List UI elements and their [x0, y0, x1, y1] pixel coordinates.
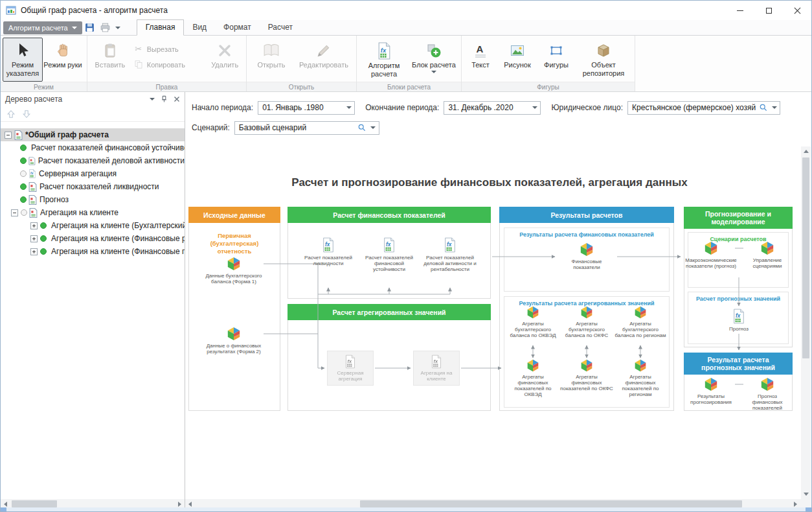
ribbon-group-edit-body: Вставить ✂ Вырезать Копировать [87, 36, 246, 82]
close-button[interactable] [783, 1, 811, 20]
node-agg-fin-okved[interactable]: Агрегаты финансовых показателей по ОКВЭД [506, 359, 559, 397]
picture-tool-button[interactable]: Рисунок [497, 38, 537, 82]
node-agg-balance-okfs[interactable]: Агрегаты бухгалтерского баланса по ОКФС [560, 306, 613, 338]
node-forecast-fin-indicators[interactable]: Прогноз финансовых показателей [745, 377, 790, 411]
ribbon-tabs: Главная Вид Формат Расчет [137, 20, 301, 35]
calculation-block-button[interactable]: Блок расчета [409, 38, 458, 82]
node-financial-indicators[interactable]: Финансовые показатели [558, 242, 616, 270]
calculation-algorithm-button[interactable]: Алгоритм расчета [359, 38, 409, 82]
expand-expander-icon[interactable] [30, 235, 38, 242]
tree-item-client-agg-finindicators[interactable]: Агрегация на клиенте (Финансовые по [1, 245, 185, 258]
fin-calc-header[interactable]: Расчет финансовых показателей [288, 207, 491, 223]
print-button[interactable] [98, 21, 113, 34]
scenario-value[interactable]: Базовый сценарий [239, 123, 357, 132]
panel-menu-chevron-icon[interactable] [150, 98, 155, 100]
collapse-expander-icon[interactable] [5, 132, 12, 139]
pin-icon[interactable] [161, 95, 168, 103]
ribbon-group-mode-body: Режим указателя Режим руки [1, 36, 87, 82]
scenario-combo[interactable]: Базовый сценарий [234, 121, 379, 135]
tab-home[interactable]: Главная [137, 19, 185, 36]
node-scenario-management[interactable]: Управление сценариями [745, 241, 790, 269]
ribbon-group-mode: Режим указателя Режим руки Режим [1, 36, 87, 91]
node-macro-indicators[interactable]: Макроэкономические показатели (прогноз) [688, 241, 734, 269]
quick-access-dropdown[interactable] [113, 21, 122, 34]
tab-view[interactable]: Вид [184, 20, 215, 35]
period-start-value[interactable]: 01. Январь .1980 [262, 103, 343, 112]
move-up-icon[interactable] [6, 110, 16, 119]
tree-item-forecast[interactable]: Прогноз [1, 193, 185, 206]
scrollbar-thumb[interactable] [802, 157, 809, 358]
node-finresults-data[interactable]: Данные о финансовых результатах (Форма 2… [205, 327, 263, 355]
scenario-search-button[interactable] [357, 122, 368, 134]
period-end-dropdown[interactable] [529, 102, 540, 114]
node-label: Расчет показателей финансовой устойчивос… [360, 255, 418, 272]
minimize-icon [737, 10, 743, 11]
panel-close-icon[interactable] [174, 96, 180, 102]
forecast-header[interactable]: Прогнозирование и моделирование [684, 207, 793, 229]
node-client-aggregation[interactable]: Агрегация на клиенте [413, 351, 460, 386]
node-forecast-calc[interactable]: Прогноз [714, 308, 763, 332]
expand-expander-icon[interactable] [30, 222, 38, 229]
node-balance-data[interactable]: Данные бухгалтерского баланса (Форма 1) [205, 257, 263, 285]
application-menu-button[interactable]: Алгоритм расчета [3, 21, 82, 34]
period-end-value[interactable]: 31. Декабрь .2020 [448, 103, 529, 112]
scenario-dropdown[interactable] [368, 122, 379, 134]
node-calc-activity[interactable]: Расчет показателей деловой активности и … [421, 237, 479, 272]
legal-entity-value[interactable]: Крестьянское (фермерское) хозяй [632, 103, 758, 112]
legal-entity-combo[interactable]: Крестьянское (фермерское) хозяй [627, 101, 780, 115]
cube-icon [760, 241, 774, 255]
tree-item-client-agg-finresults[interactable]: Агрегация на клиенте (Финансовые ре [1, 232, 185, 245]
canvas-vertical-scrollbar[interactable] [801, 146, 811, 499]
tree-item-liquidity[interactable]: Расчет показателей ликвидности [1, 180, 185, 193]
scrollbar-thumb[interactable] [360, 500, 742, 507]
period-start-combo[interactable]: 01. Январь .1980 [258, 101, 355, 115]
scrollbar-thumb[interactable] [12, 500, 57, 507]
maximize-button[interactable] [754, 1, 783, 20]
diagram-canvas[interactable]: Расчет и прогнозирование финансовых пока… [185, 146, 800, 499]
node-agg-balance-okved[interactable]: Агрегаты бухгалтерского баланса по ОКВЭД [506, 306, 559, 338]
minimize-button[interactable] [726, 1, 754, 20]
text-tool-button[interactable]: A Текст [464, 38, 497, 82]
save-button[interactable] [82, 21, 98, 34]
tab-calculation[interactable]: Расчет [260, 20, 301, 35]
legal-entity-dropdown[interactable] [769, 102, 780, 114]
node-calc-liquidity[interactable]: Расчет показателей ликвидности [299, 237, 357, 266]
node-forecast-results[interactable]: Результаты прогнозирования [688, 377, 734, 405]
scroll-up-arrow[interactable] [801, 146, 811, 156]
forecast-results-header[interactable]: Результат расчета прогнозных значений [684, 353, 793, 375]
legal-entity-search-button[interactable] [758, 102, 769, 114]
agg-calc-header[interactable]: Расчет агрегированных значений [288, 304, 491, 320]
hand-mode-button[interactable]: Режим руки [43, 38, 83, 82]
collapse-expander-icon[interactable] [11, 209, 18, 216]
shapes-tool-button[interactable]: Фигуры [537, 38, 575, 82]
node-server-aggregation[interactable]: Серверная агрегация [327, 351, 374, 386]
repository-object-button[interactable]: Объект репозитория [575, 38, 632, 82]
results-header[interactable]: Результаты расчетов [499, 207, 674, 223]
tree-item-fin-stability[interactable]: Расчет показателей финансовой устойчивос… [1, 141, 185, 154]
cube-icon [760, 377, 774, 391]
ribbon-group-open-caption: Открыть [247, 82, 356, 91]
period-start-dropdown[interactable] [343, 102, 354, 114]
tree-item-client-aggregation[interactable]: Агрегация на клиенте [1, 206, 185, 219]
source-data-header[interactable]: Исходные данные [188, 207, 280, 223]
expand-expander-icon[interactable] [30, 248, 38, 255]
tree-item-server-aggregation[interactable]: Серверная агрегация [1, 167, 185, 180]
node-calc-stability[interactable]: Расчет показателей финансовой устойчивос… [360, 237, 418, 272]
tree-item-business-activity[interactable]: Расчет показателей деловой активности [1, 154, 185, 167]
move-down-icon[interactable] [22, 110, 31, 119]
pointer-mode-button[interactable]: Режим указателя [3, 38, 43, 82]
period-end-label: Окончание периода: [365, 103, 439, 112]
period-end-combo[interactable]: 31. Декабрь .2020 [444, 101, 541, 115]
node-agg-fin-regions[interactable]: Агрегаты финансовых показателей по регио… [614, 359, 667, 397]
resize-corner-right[interactable] [806, 507, 811, 511]
tree-item-root[interactable]: *Общий граф расчета [1, 128, 185, 141]
tree-item-client-agg-balance[interactable]: Агрегация на клиенте (Бухгалтерский [1, 219, 185, 232]
node-label: Агрегаты бухгалтерского баланса по ОКФС [560, 321, 613, 338]
cube-icon [634, 359, 647, 372]
agg-calc-body[interactable] [288, 320, 491, 411]
node-agg-balance-regions[interactable]: Агрегаты бухгалтерского баланса по регио… [614, 306, 667, 338]
tab-format[interactable]: Формат [215, 20, 260, 35]
resize-corner-left[interactable] [1, 507, 6, 511]
node-agg-fin-okfs[interactable]: Агрегаты финансовых показателей по ОКФС [560, 359, 613, 391]
scroll-down-arrow[interactable] [801, 489, 811, 499]
